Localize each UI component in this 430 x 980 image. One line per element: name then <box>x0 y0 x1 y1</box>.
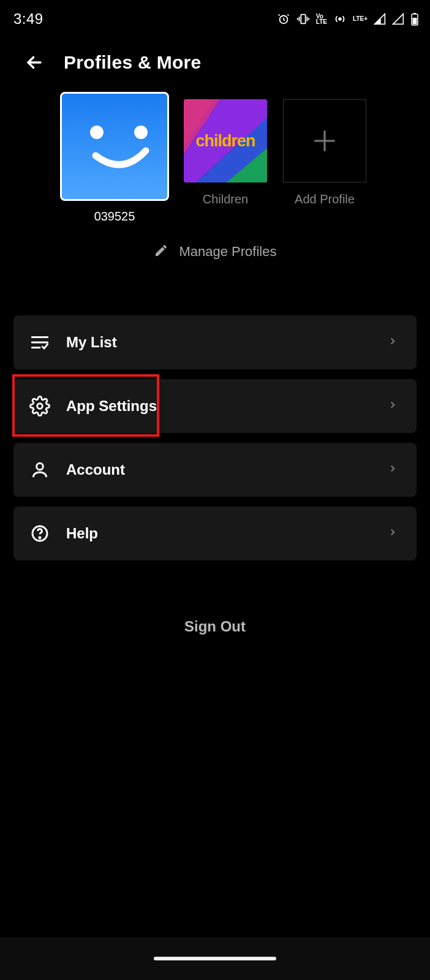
svg-rect-4 <box>413 13 416 14</box>
menu-list: My List App Settings Account Help <box>0 260 430 560</box>
signal-icon-2 <box>392 13 404 25</box>
status-icons: VoLTE LTE+ <box>277 12 419 26</box>
add-profile-button[interactable]: Add Profile <box>283 93 366 224</box>
svg-point-17 <box>37 463 43 470</box>
profile-item-primary[interactable]: 039525 <box>61 93 168 224</box>
menu-item-account[interactable]: Account <box>13 443 417 497</box>
page-title: Profiles & More <box>64 52 202 73</box>
pencil-icon <box>154 243 168 260</box>
signal-icon-1 <box>374 13 386 25</box>
status-time: 3:49 <box>13 10 43 28</box>
back-button[interactable] <box>22 50 47 75</box>
profile-name: Add Profile <box>295 192 355 206</box>
svg-rect-1 <box>301 15 305 24</box>
help-icon <box>27 524 53 543</box>
menu-label: Help <box>66 525 387 542</box>
manage-profiles-label: Manage Profiles <box>179 244 277 260</box>
profiles-row: 039525 children Children <box>0 87 430 224</box>
smiley-face-icon <box>61 93 168 200</box>
profile-name: 039525 <box>94 209 135 224</box>
nav-bar <box>0 937 430 980</box>
profile-avatar-smiley <box>61 93 168 200</box>
volte-icon: VoLTE <box>316 13 327 24</box>
profile-name: Children <box>203 192 248 206</box>
menu-item-my-list[interactable]: My List <box>13 315 417 369</box>
gear-icon <box>27 396 53 417</box>
chevron-right-icon <box>387 463 398 477</box>
plus-icon <box>309 126 340 156</box>
header: Profiles & More <box>0 36 430 87</box>
chevron-right-icon <box>387 399 398 413</box>
menu-item-help[interactable]: Help <box>13 507 417 560</box>
alarm-icon <box>277 12 290 26</box>
hotspot-icon <box>333 12 347 26</box>
chevron-right-icon <box>387 336 398 349</box>
profile-avatar-children: children <box>184 99 267 183</box>
children-profile-label: children <box>195 132 255 151</box>
menu-label: My List <box>66 334 387 351</box>
manage-profiles-button[interactable]: Manage Profiles <box>0 243 430 260</box>
chevron-right-icon <box>387 527 398 540</box>
svg-point-2 <box>339 18 341 20</box>
svg-point-7 <box>134 126 148 139</box>
svg-point-16 <box>37 404 43 409</box>
add-profile-tile <box>283 99 366 183</box>
menu-item-app-settings[interactable]: App Settings <box>13 379 417 433</box>
svg-point-6 <box>90 126 104 139</box>
arrow-left-icon <box>24 52 45 73</box>
menu-label: App Settings <box>66 398 387 415</box>
svg-point-19 <box>39 537 40 538</box>
list-check-icon <box>27 332 53 353</box>
home-indicator[interactable] <box>154 957 276 960</box>
network-type-label: LTE+ <box>353 16 368 22</box>
menu-label: Account <box>66 461 387 478</box>
person-icon <box>27 460 53 480</box>
vibrate-icon <box>296 12 310 26</box>
status-bar: 3:49 VoLTE LTE+ <box>0 0 430 36</box>
svg-rect-5 <box>413 18 417 24</box>
sign-out-label: Sign Out <box>184 618 246 635</box>
sign-out-button[interactable]: Sign Out <box>0 618 430 635</box>
battery-icon <box>410 12 419 26</box>
profile-item-children[interactable]: children Children <box>184 93 267 224</box>
